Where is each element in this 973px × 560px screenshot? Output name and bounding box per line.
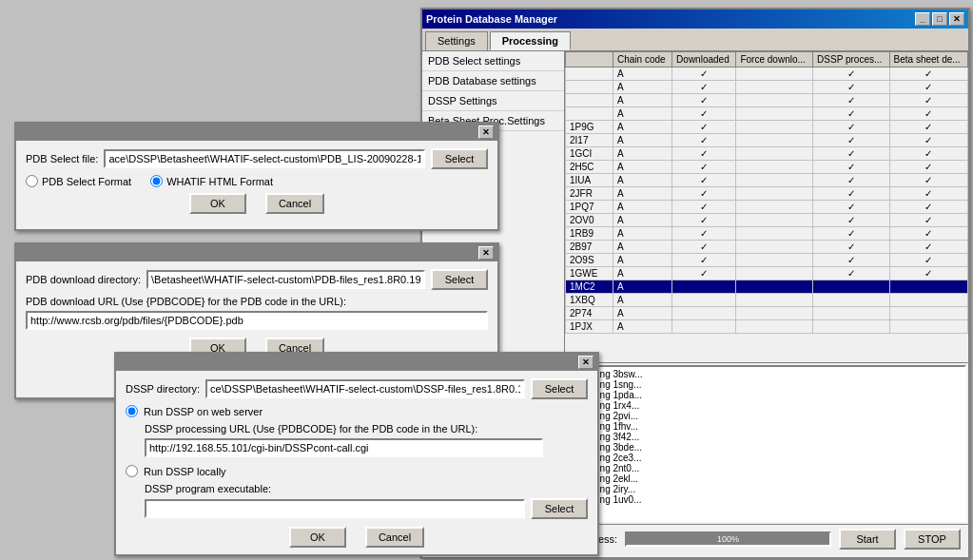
pdb-download-title-buttons: ✕ [478, 246, 494, 260]
table-cell-2: ✓ [672, 241, 736, 254]
table-row[interactable]: 2H5CA✓✓✓ [566, 161, 968, 174]
log-entry: Checking 2ce3... [571, 453, 963, 463]
table-row[interactable]: 2I17A✓✓✓ [566, 134, 968, 147]
table-row[interactable]: A✓✓✓ [566, 94, 968, 107]
pdb-select-content: PDB Select file: Select PDB Select Forma… [16, 141, 497, 222]
table-cell-5: ✓ [889, 134, 967, 147]
table-cell-2: ✓ [672, 201, 736, 214]
log-entry: Checking 3bsw... [571, 369, 963, 379]
dssp-url-input[interactable] [145, 438, 543, 457]
table-row[interactable]: 1PJXA [566, 320, 968, 334]
table-row[interactable]: 2O9SA✓✓✓ [566, 254, 968, 267]
col-header-dssp: DSSP proces... [813, 52, 889, 68]
menu-pdb-select[interactable]: PDB Select settings [422, 51, 564, 71]
table-cell-2: ✓ [672, 147, 736, 161]
minimize-button[interactable]: _ [915, 12, 930, 26]
dssp-exe-select-btn[interactable]: Select [531, 498, 588, 519]
dssp-dir-input[interactable] [205, 379, 525, 398]
stop-button[interactable]: STOP [904, 529, 961, 550]
table-row[interactable]: 2OV0A✓✓✓ [566, 214, 968, 227]
progress-bar: 100% [625, 531, 831, 547]
pdb-download-close-btn[interactable]: ✕ [478, 246, 494, 260]
table-row[interactable]: A✓✓✓ [566, 68, 968, 81]
table-cell-3 [736, 147, 813, 161]
pdb-download-dir-row: PDB download directory: Select [26, 269, 488, 290]
close-button[interactable]: ✕ [949, 12, 964, 26]
table-cell-4 [813, 307, 889, 320]
table-row[interactable]: 1PQ7A✓✓✓ [566, 201, 968, 214]
table-row[interactable]: 1MC2A [566, 280, 968, 294]
table-row[interactable]: 1XBQA [566, 294, 968, 307]
pdb-download-url-label: PDB download URL (Use {PDBCODE} for the … [26, 296, 346, 307]
dssp-close-btn[interactable]: ✕ [578, 356, 594, 369]
title-bar-buttons: _ □ ✕ [915, 12, 964, 26]
tab-bar: Settings Processing [422, 29, 968, 51]
dssp-exe-input[interactable] [145, 499, 525, 518]
table-cell-3 [736, 241, 813, 254]
main-title-bar: Protein Database Manager _ □ ✕ [422, 10, 968, 29]
table-row[interactable]: 1IUAA✓✓✓ [566, 174, 968, 187]
table-cell-4 [813, 280, 889, 294]
dssp-cancel-btn[interactable]: Cancel [365, 527, 424, 548]
table-row[interactable]: 1P9GA✓✓✓ [566, 121, 968, 134]
table-row[interactable]: 1GCIA✓✓✓ [566, 147, 968, 161]
pdb-select-select-btn[interactable]: Select [431, 148, 488, 169]
table-cell-5: ✓ [889, 68, 967, 81]
table-row[interactable]: 1RB9A✓✓✓ [566, 227, 968, 241]
table-cell-2 [672, 294, 736, 307]
table-cell-3 [736, 294, 813, 307]
table-cell-3 [736, 254, 813, 267]
log-entry: Checking 1uv0... [571, 494, 963, 505]
start-button[interactable]: Start [839, 529, 896, 550]
pdb-download-content: PDB download directory: Select PDB downl… [16, 261, 497, 366]
maximize-button[interactable]: □ [932, 12, 947, 26]
col-header-force: Force downlo... [736, 52, 813, 68]
radio-whatif-format-input[interactable] [150, 175, 163, 187]
pdb-download-url-input[interactable] [26, 311, 488, 330]
radio-pdb-format: PDB Select Format [26, 175, 131, 187]
log-entry: Checking 1pda... [571, 390, 963, 400]
table-row[interactable]: 2P74A [566, 307, 968, 320]
radio-pdb-format-label: PDB Select Format [42, 176, 131, 187]
table-row[interactable]: A✓✓✓ [566, 81, 968, 94]
pdb-select-close-btn[interactable]: ✕ [478, 126, 494, 139]
pdb-select-ok-btn[interactable]: OK [189, 193, 246, 214]
col-header-empty [566, 52, 613, 68]
table-cell-1: A [613, 241, 672, 254]
table-cell-3 [736, 161, 813, 174]
dssp-select-btn[interactable]: Select [531, 378, 588, 399]
table-cell-2: ✓ [672, 107, 736, 121]
table-cell-4: ✓ [813, 94, 889, 107]
table-cell-3 [736, 94, 813, 107]
pdb-select-file-input[interactable] [104, 149, 425, 168]
log-entry: Checking 2pvi... [571, 411, 963, 421]
table-cell-0 [566, 81, 613, 94]
table-cell-4: ✓ [813, 187, 889, 201]
tab-settings[interactable]: Settings [425, 31, 488, 50]
table-cell-1: A [613, 227, 672, 241]
log-entry: Checking 1rx4... [571, 400, 963, 411]
table-row[interactable]: 2B97A✓✓✓ [566, 241, 968, 254]
table-cell-1: A [613, 107, 672, 121]
dssp-radio-local[interactable] [126, 465, 138, 477]
tab-processing[interactable]: Processing [490, 31, 571, 50]
dssp-ok-btn[interactable]: OK [289, 527, 346, 548]
pdb-download-select-btn[interactable]: Select [431, 269, 488, 290]
table-row[interactable]: A✓✓✓ [566, 107, 968, 121]
pdb-select-cancel-btn[interactable]: Cancel [265, 193, 324, 214]
table-cell-0: 1PJX [566, 320, 613, 334]
table-row[interactable]: 1GWEA✓✓✓ [566, 267, 968, 280]
table-cell-4: ✓ [813, 241, 889, 254]
table-row[interactable]: 2JFRA✓✓✓ [566, 187, 968, 201]
menu-pdb-database[interactable]: PDB Database settings [422, 71, 564, 91]
radio-pdb-format-input[interactable] [26, 175, 38, 187]
table-cell-4: ✓ [813, 267, 889, 280]
table-cell-4 [813, 294, 889, 307]
table-cell-3 [736, 68, 813, 81]
table-cell-5: ✓ [889, 254, 967, 267]
dssp-radio-web[interactable] [126, 405, 138, 417]
pdb-download-dir-input[interactable] [146, 270, 425, 289]
log-entry: Checking 3f42... [571, 432, 963, 442]
table-cell-4: ✓ [813, 254, 889, 267]
menu-dssp[interactable]: DSSP Settings [422, 91, 564, 111]
